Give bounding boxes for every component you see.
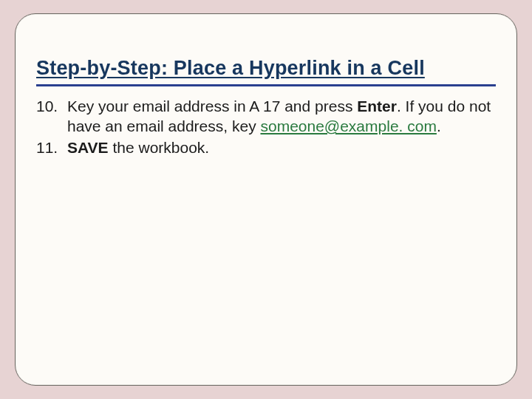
list-item: 10. Key your email address in A 17 and p…: [36, 97, 496, 137]
step-body: SAVE the workbook.: [67, 138, 496, 158]
list-item: 11. SAVE the workbook.: [36, 138, 496, 158]
step-bold: Enter: [357, 98, 397, 115]
step-bold: SAVE: [67, 139, 112, 156]
content-panel: Step-by-Step: Place a Hyperlink in a Cel…: [15, 13, 517, 386]
step-list: 10. Key your email address in A 17 and p…: [36, 97, 496, 158]
step-text: .: [437, 117, 441, 134]
step-text: the workbook.: [112, 139, 209, 156]
step-number: 11.: [36, 138, 67, 158]
slide-title: Step-by-Step: Place a Hyperlink in a Cel…: [36, 57, 496, 80]
email-link[interactable]: someone@example. com: [260, 117, 436, 134]
slide: Step-by-Step: Place a Hyperlink in a Cel…: [0, 0, 532, 399]
title-rule: [36, 84, 496, 86]
step-body: Key your email address in A 17 and press…: [67, 97, 496, 137]
step-text: Key your email address in A 17 and press: [67, 98, 357, 115]
step-number: 10.: [36, 97, 67, 137]
